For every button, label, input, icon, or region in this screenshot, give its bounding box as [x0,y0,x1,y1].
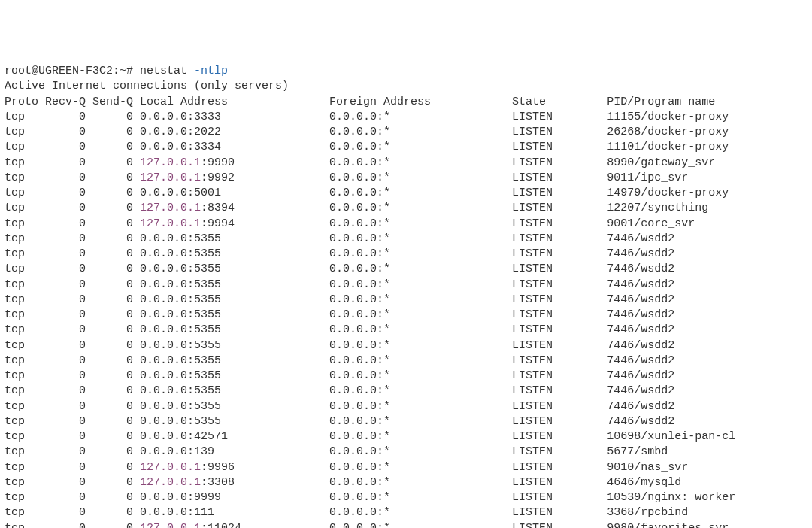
table-row: tcp 0 0 0.0.0.0:5355 0.0.0.0:* LISTEN 74… [5,308,674,321]
table-row: tcp 0 0 127.0.0.1:3308 0.0.0.0:* LISTEN … [5,476,681,489]
table-row: tcp 0 0 0.0.0.0:3334 0.0.0.0:* LISTEN 11… [5,141,729,153]
table-row: tcp 0 0 0.0.0.0:5355 0.0.0.0:* LISTEN 74… [5,339,674,352]
table-row: tcp 0 0 0.0.0.0:5355 0.0.0.0:* LISTEN 74… [5,384,674,397]
table-row: tcp 0 0 0.0.0.0:42571 0.0.0.0:* LISTEN 1… [5,430,735,443]
table-row: tcp 0 0 0.0.0.0:5355 0.0.0.0:* LISTEN 74… [5,262,674,275]
column-headers: Proto Recv-Q Send-Q Local Address Foreig… [5,96,715,108]
table-row: tcp 0 0 0.0.0.0:2022 0.0.0.0:* LISTEN 26… [5,126,729,138]
command-option-ntlp: -ntlp [194,65,228,77]
local-address: 127.0.0.1 [140,202,201,214]
local-address: 127.0.0.1 [140,217,201,230]
table-row: tcp 0 0 127.0.0.1:9992 0.0.0.0:* LISTEN … [5,171,688,184]
table-row: tcp 0 0 0.0.0.0:5355 0.0.0.0:* LISTEN 74… [5,415,674,428]
local-address: 127.0.0.1 [140,171,201,184]
table-row: tcp 0 0 0.0.0.0:5355 0.0.0.0:* LISTEN 74… [5,293,674,306]
table-row: tcp 0 0 127.0.0.1:9990 0.0.0.0:* LISTEN … [5,156,715,169]
table-row: tcp 0 0 0.0.0.0:5355 0.0.0.0:* LISTEN 74… [5,400,674,413]
local-address: 127.0.0.1 [140,156,201,169]
table-row: tcp 0 0 0.0.0.0:9999 0.0.0.0:* LISTEN 10… [5,491,735,504]
table-row: tcp 0 0 0.0.0.0:5355 0.0.0.0:* LISTEN 74… [5,278,674,291]
table-row: tcp 0 0 127.0.0.1:9996 0.0.0.0:* LISTEN … [5,461,688,474]
table-row: tcp 0 0 127.0.0.1:9994 0.0.0.0:* LISTEN … [5,217,695,230]
output-header: Active Internet connections (only server… [5,80,289,93]
command-netstat: netstat [140,65,194,77]
local-address: 127.0.0.1 [140,461,201,474]
table-row: tcp 0 0 127.0.0.1:8394 0.0.0.0:* LISTEN … [5,202,708,214]
table-row: tcp 0 0 0.0.0.0:139 0.0.0.0:* LISTEN 567… [5,445,668,458]
shell-prompt: root@UGREEN-F3C2:~# [5,65,140,77]
local-address: 127.0.0.1 [140,476,201,489]
table-row: tcp 0 0 0.0.0.0:5355 0.0.0.0:* LISTEN 74… [5,247,674,260]
terminal-output[interactable]: root@UGREEN-F3C2:~# netstat -ntlp Active… [5,64,807,528]
table-row: tcp 0 0 0.0.0.0:5001 0.0.0.0:* LISTEN 14… [5,187,729,199]
table-row: tcp 0 0 127.0.0.1:11024 0.0.0.0:* LISTEN… [5,522,729,529]
table-row: tcp 0 0 0.0.0.0:5355 0.0.0.0:* LISTEN 74… [5,354,674,367]
local-address: 127.0.0.1 [140,522,201,529]
table-row: tcp 0 0 0.0.0.0:3333 0.0.0.0:* LISTEN 11… [5,111,729,123]
table-row: tcp 0 0 0.0.0.0:111 0.0.0.0:* LISTEN 336… [5,506,688,519]
table-row: tcp 0 0 0.0.0.0:5355 0.0.0.0:* LISTEN 74… [5,323,674,336]
table-row: tcp 0 0 0.0.0.0:5355 0.0.0.0:* LISTEN 74… [5,232,674,245]
table-row: tcp 0 0 0.0.0.0:5355 0.0.0.0:* LISTEN 74… [5,369,674,382]
